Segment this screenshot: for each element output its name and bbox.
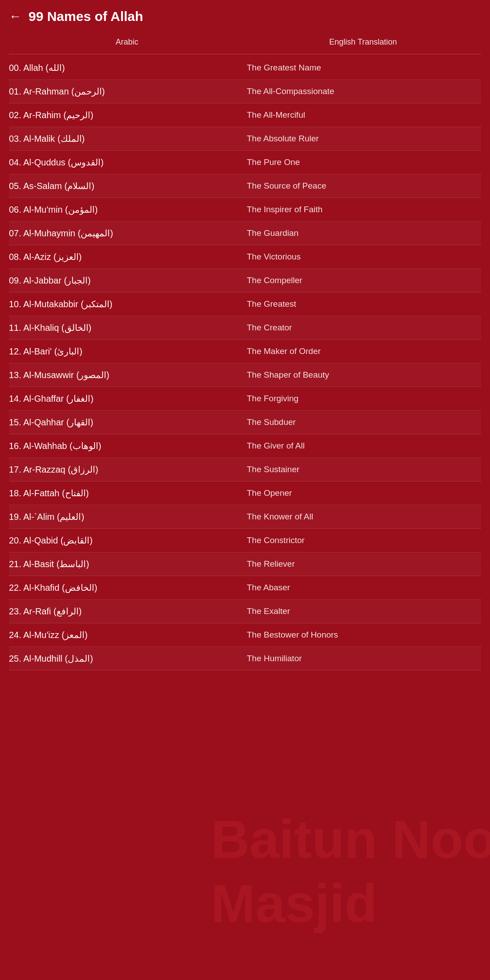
table-row[interactable]: 23. Ar-Rafi (الرافع)The Exalter bbox=[9, 600, 481, 623]
english-column-header: English Translation bbox=[245, 37, 481, 47]
name-english: The Knower of All bbox=[243, 512, 481, 522]
table-row[interactable]: 02. Ar-Rahim (الرحيم)The All-Merciful bbox=[9, 103, 481, 127]
table-row[interactable]: 05. As-Salam (السلام)The Source of Peace bbox=[9, 174, 481, 198]
name-english: The Sustainer bbox=[243, 465, 481, 474]
name-english: The Pure One bbox=[243, 157, 481, 167]
names-list: 00. Allah (الله)The Greatest Name01. Ar-… bbox=[9, 56, 481, 671]
table-row[interactable]: 19. Al-`Alim (العليم)The Knower of All bbox=[9, 505, 481, 529]
name-arabic: 21. Al-Basit (الباسط) bbox=[9, 559, 243, 569]
name-arabic: 22. Al-Khafid (الخافض) bbox=[9, 582, 243, 593]
arabic-column-header: Arabic bbox=[9, 37, 245, 47]
name-english: The All-Compassionate bbox=[243, 86, 481, 96]
name-arabic: 09. Al-Jabbar (الجبار) bbox=[9, 275, 243, 286]
name-english: The Constrictor bbox=[243, 535, 481, 545]
name-arabic: 12. Al-Bari' (البارئ) bbox=[9, 346, 243, 357]
name-arabic: 04. Al-Quddus (القدوس) bbox=[9, 157, 243, 168]
table-row[interactable]: 14. Al-Ghaffar (الغفار)The Forgiving bbox=[9, 387, 481, 411]
table-row[interactable]: 09. Al-Jabbar (الجبار)The Compeller bbox=[9, 269, 481, 292]
name-arabic: 01. Ar-Rahman (الرحمن) bbox=[9, 86, 243, 97]
name-arabic: 23. Ar-Rafi (الرافع) bbox=[9, 606, 243, 617]
name-arabic: 19. Al-`Alim (العليم) bbox=[9, 511, 243, 522]
table-row[interactable]: 25. Al-Mudhill (المذل)The Humiliator bbox=[9, 647, 481, 671]
name-english: The Greatest Name bbox=[243, 63, 481, 73]
name-english: The All-Merciful bbox=[243, 110, 481, 120]
name-arabic: 00. Allah (الله) bbox=[9, 62, 243, 73]
name-english: The Subduer bbox=[243, 417, 481, 427]
table-row[interactable]: 15. Al-Qahhar (القهار)The Subduer bbox=[9, 411, 481, 434]
name-english: The Humiliator bbox=[243, 654, 481, 663]
name-arabic: 20. Al-Qabid (القابض) bbox=[9, 535, 243, 546]
name-english: The Greatest bbox=[243, 299, 481, 309]
table-row[interactable]: 10. Al-Mutakabbir (المتكبر)The Greatest bbox=[9, 292, 481, 316]
name-arabic: 07. Al-Muhaymin (المهيمن) bbox=[9, 228, 243, 239]
page-title: 99 Names of Allah bbox=[29, 9, 143, 24]
name-arabic: 14. Al-Ghaffar (الغفار) bbox=[9, 393, 243, 404]
table-row[interactable]: 16. Al-Wahhab (الوهاب)The Giver of All bbox=[9, 434, 481, 458]
name-english: The Forgiving bbox=[243, 394, 481, 404]
name-english: The Creator bbox=[243, 323, 481, 333]
name-english: The Giver of All bbox=[243, 441, 481, 451]
table-row[interactable]: 22. Al-Khafid (الخافض)The Abaser bbox=[9, 576, 481, 600]
table-row[interactable]: 07. Al-Muhaymin (المهيمن)The Guardian bbox=[9, 222, 481, 245]
name-english: The Maker of Order bbox=[243, 346, 481, 356]
name-arabic: 03. Al-Malik (الملك) bbox=[9, 133, 243, 144]
name-english: The Bestower of Honors bbox=[243, 630, 481, 640]
table-row[interactable]: 17. Ar-Razzaq (الرزاق)The Sustainer bbox=[9, 458, 481, 482]
table-row[interactable]: 18. Al-Fattah (الفتاح)The Opener bbox=[9, 482, 481, 505]
table-row[interactable]: 13. Al-Musawwir (المصور)The Shaper of Be… bbox=[9, 363, 481, 387]
name-arabic: 06. Al-Mu'min (المؤمن) bbox=[9, 204, 243, 215]
table-row[interactable]: 03. Al-Malik (الملك)The Absolute Ruler bbox=[9, 127, 481, 151]
name-arabic: 16. Al-Wahhab (الوهاب) bbox=[9, 441, 243, 451]
column-headers: Arabic English Translation bbox=[9, 33, 481, 54]
name-english: The Absolute Ruler bbox=[243, 134, 481, 144]
table-row[interactable]: 01. Ar-Rahman (الرحمن)The All-Compassion… bbox=[9, 80, 481, 103]
name-arabic: 13. Al-Musawwir (المصور) bbox=[9, 370, 243, 380]
table-row[interactable]: 20. Al-Qabid (القابض)The Constrictor bbox=[9, 529, 481, 552]
back-button[interactable]: ← bbox=[9, 9, 21, 24]
name-english: The Source of Peace bbox=[243, 181, 481, 191]
header: ← 99 Names of Allah bbox=[0, 0, 490, 29]
name-arabic: 15. Al-Qahhar (القهار) bbox=[9, 417, 243, 428]
table-row[interactable]: 08. Al-Aziz (العزيز)The Victorious bbox=[9, 245, 481, 269]
name-english: The Exalter bbox=[243, 606, 481, 616]
table-row[interactable]: 12. Al-Bari' (البارئ)The Maker of Order bbox=[9, 340, 481, 363]
name-arabic: 24. Al-Mu'izz (المعز) bbox=[9, 630, 243, 640]
name-english: The Opener bbox=[243, 488, 481, 498]
name-arabic: 10. Al-Mutakabbir (المتكبر) bbox=[9, 299, 243, 309]
name-english: The Victorious bbox=[243, 252, 481, 262]
name-english: The Inspirer of Faith bbox=[243, 205, 481, 214]
name-english: The Reliever bbox=[243, 559, 481, 569]
name-arabic: 11. Al-Khaliq (الخالق) bbox=[9, 322, 243, 333]
names-table: Arabic English Translation 00. Allah (ال… bbox=[0, 29, 490, 675]
name-arabic: 08. Al-Aziz (العزيز) bbox=[9, 251, 243, 262]
name-arabic: 18. Al-Fattah (الفتاح) bbox=[9, 488, 243, 498]
name-arabic: 02. Ar-Rahim (الرحيم) bbox=[9, 110, 243, 120]
name-arabic: 17. Ar-Razzaq (الرزاق) bbox=[9, 464, 243, 475]
name-english: The Abaser bbox=[243, 583, 481, 593]
name-english: The Shaper of Beauty bbox=[243, 370, 481, 380]
name-english: The Compeller bbox=[243, 276, 481, 285]
table-row[interactable]: 06. Al-Mu'min (المؤمن)The Inspirer of Fa… bbox=[9, 198, 481, 222]
table-row[interactable]: 11. Al-Khaliq (الخالق)The Creator bbox=[9, 316, 481, 340]
table-row[interactable]: 21. Al-Basit (الباسط)The Reliever bbox=[9, 552, 481, 576]
name-english: The Guardian bbox=[243, 228, 481, 238]
background-watermark: Baitun Noor Masjid bbox=[211, 807, 490, 935]
table-row[interactable]: 00. Allah (الله)The Greatest Name bbox=[9, 56, 481, 80]
table-row[interactable]: 24. Al-Mu'izz (المعز)The Bestower of Hon… bbox=[9, 623, 481, 647]
table-row[interactable]: 04. Al-Quddus (القدوس)The Pure One bbox=[9, 151, 481, 174]
name-arabic: 05. As-Salam (السلام) bbox=[9, 181, 243, 191]
name-arabic: 25. Al-Mudhill (المذل) bbox=[9, 653, 243, 664]
